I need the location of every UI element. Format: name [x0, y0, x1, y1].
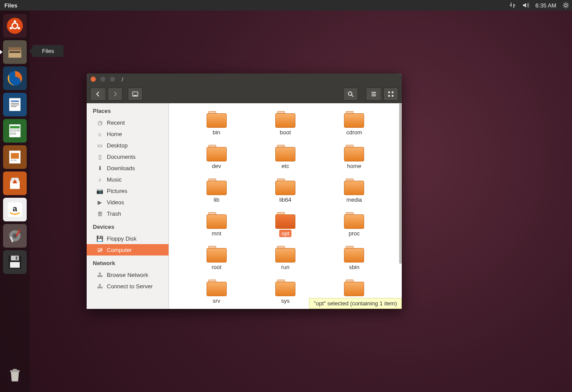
- sidebar-item-home[interactable]: ⌂Home: [87, 128, 168, 140]
- sidebar-item-label: Downloads: [107, 165, 135, 172]
- folder-run[interactable]: run: [251, 244, 319, 273]
- software-center-launcher-icon[interactable]: [3, 172, 27, 195]
- sidebar-item-connect-to-server[interactable]: 🖧Connect to Server: [87, 280, 168, 292]
- view-list-button[interactable]: [366, 88, 381, 101]
- svg-rect-45: [392, 95, 393, 97]
- svg-rect-35: [16, 256, 18, 259]
- server-icon: 🖧: [96, 283, 103, 290]
- search-button[interactable]: [343, 88, 358, 101]
- folder-icon: [207, 212, 227, 229]
- amazon-launcher-icon[interactable]: a: [3, 198, 27, 221]
- folder-icon: [275, 246, 295, 262]
- svg-rect-40: [133, 95, 137, 96]
- folder-icon: [275, 145, 295, 161]
- nav-forward-button[interactable]: [108, 88, 123, 101]
- window-minimize-button[interactable]: [100, 76, 106, 82]
- folder-dev[interactable]: dev: [182, 143, 251, 172]
- folder-icon: [275, 178, 295, 195]
- svg-point-0: [565, 4, 567, 7]
- window-maximize-button[interactable]: [109, 76, 116, 82]
- video-icon: ▶: [96, 199, 103, 206]
- folder-icon: [344, 212, 364, 229]
- sidebar-item-downloads[interactable]: ⬇Downloads: [87, 162, 168, 174]
- folder-opt[interactable]: opt: [251, 210, 319, 239]
- sidebar-item-desktop[interactable]: ▭Desktop: [87, 140, 168, 151]
- svg-rect-12: [11, 103, 19, 104]
- sidebar-item-floppy-disk[interactable]: 💾Floppy Disk: [87, 233, 168, 244]
- sidebar-item-documents[interactable]: ▯Documents: [87, 151, 168, 162]
- floppy-launcher-icon[interactable]: [3, 250, 27, 274]
- camera-icon: 📷: [96, 187, 103, 194]
- folder-label: lib64: [277, 196, 293, 203]
- sidebar-item-browse-network[interactable]: 🖧Browse Network: [87, 269, 168, 280]
- window-toolbar: [87, 85, 402, 103]
- writer-launcher-icon[interactable]: [3, 93, 27, 116]
- folder-lib64[interactable]: lib64: [251, 177, 319, 205]
- sidebar-item-trash[interactable]: 🗑Trash: [87, 208, 168, 219]
- folder-lib[interactable]: lib: [182, 177, 251, 205]
- folder-media[interactable]: media: [320, 177, 389, 205]
- svg-point-4: [18, 27, 20, 30]
- folder-label: boot: [277, 129, 293, 136]
- folder-label: cdrom: [344, 129, 364, 136]
- folder-cdrom[interactable]: cdrom: [320, 109, 389, 138]
- computer-icon: 🖳: [96, 246, 103, 253]
- volume-indicator-icon[interactable]: [522, 2, 529, 9]
- svg-rect-6: [8, 47, 21, 50]
- sidebar-item-recent[interactable]: ◷Recent: [87, 117, 168, 128]
- folder-icon: [207, 145, 227, 161]
- nav-back-button[interactable]: [90, 88, 105, 101]
- svg-rect-38: [13, 369, 17, 371]
- folder-sbin[interactable]: sbin: [320, 244, 389, 273]
- folder-home[interactable]: home: [320, 143, 389, 172]
- calc-launcher-icon[interactable]: [3, 119, 27, 143]
- sidebar-item-label: Home: [107, 131, 122, 137]
- trash-icon: 🗑: [96, 210, 103, 217]
- sidebar-item-label: Floppy Disk: [107, 235, 137, 242]
- sidebar-item-pictures[interactable]: 📷Pictures: [87, 185, 168, 196]
- folder-icon: [207, 178, 227, 195]
- top-menu-bar: Files 6:35 AM: [0, 0, 572, 10]
- folder-etc[interactable]: etc: [251, 143, 319, 172]
- dash-button[interactable]: [3, 14, 27, 38]
- sidebar-item-music[interactable]: ♪Music: [87, 174, 168, 185]
- sidebar-item-videos[interactable]: ▶Videos: [87, 196, 168, 208]
- folder-proc[interactable]: proc: [320, 210, 389, 239]
- impress-launcher-icon[interactable]: [3, 145, 27, 169]
- sidebar-item-label: Desktop: [107, 142, 128, 149]
- svg-rect-11: [11, 101, 19, 102]
- folder-boot[interactable]: boot: [251, 109, 319, 138]
- svg-rect-16: [10, 126, 20, 129]
- files-launcher-icon[interactable]: [3, 40, 27, 64]
- folder-label: bin: [211, 129, 222, 136]
- svg-rect-21: [13, 133, 16, 135]
- folder-label: sys: [279, 297, 292, 304]
- window-close-button[interactable]: [90, 76, 96, 82]
- system-gear-icon[interactable]: [562, 2, 569, 9]
- folder-mnt[interactable]: mnt: [182, 210, 251, 239]
- settings-launcher-icon[interactable]: [3, 224, 27, 248]
- trash-launcher-icon[interactable]: [3, 363, 27, 387]
- path-root-button[interactable]: [128, 88, 143, 101]
- network-indicator-icon[interactable]: [509, 2, 516, 9]
- folder-label: proc: [347, 230, 362, 237]
- svg-rect-23: [11, 153, 19, 159]
- folder-label: run: [279, 263, 292, 271]
- folder-icon: [344, 178, 364, 195]
- folder-label: home: [345, 162, 364, 170]
- folder-label: mnt: [210, 230, 224, 237]
- firefox-launcher-icon[interactable]: [3, 66, 27, 90]
- launcher-tooltip: Files: [32, 45, 63, 57]
- sidebar-item-computer[interactable]: 🖳Computer: [87, 244, 168, 256]
- content-scrollbar[interactable]: [399, 103, 402, 309]
- folder-icon: [275, 280, 295, 296]
- window-titlebar[interactable]: /: [87, 74, 402, 85]
- svg-rect-25: [14, 160, 17, 161]
- clock-label[interactable]: 6:35 AM: [535, 2, 556, 9]
- folder-content-area[interactable]: binbootcdromdevetchomeliblib64mediamntop…: [169, 103, 402, 309]
- folder-root[interactable]: root: [182, 244, 251, 273]
- folder-bin[interactable]: bin: [182, 109, 251, 138]
- view-grid-button[interactable]: [383, 88, 398, 101]
- svg-rect-42: [388, 91, 390, 93]
- folder-srv[interactable]: srv: [182, 278, 251, 306]
